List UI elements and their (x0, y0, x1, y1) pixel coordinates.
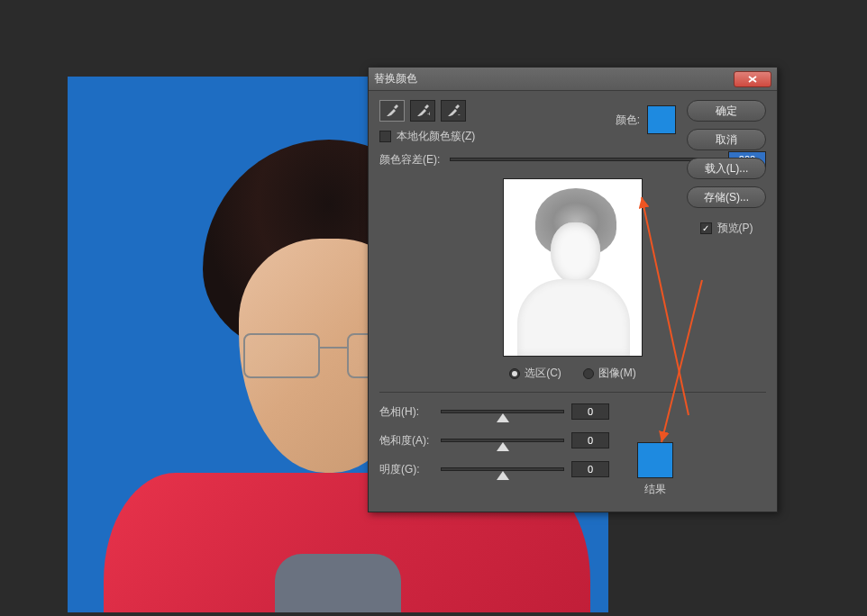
color-label: 颜色: (616, 113, 640, 128)
annotation-arrow (657, 271, 711, 454)
saturation-input[interactable] (571, 432, 609, 448)
selection-radio-label: 选区(C) (525, 366, 561, 381)
hue-input[interactable] (571, 403, 609, 420)
save-button[interactable]: 存储(S)... (687, 186, 766, 208)
load-button[interactable]: 载入(L)... (687, 158, 766, 179)
eyedropper-subtract-tool[interactable]: - (441, 100, 466, 122)
svg-line-3 (662, 280, 702, 442)
selection-radio[interactable]: 选区(C) (509, 366, 561, 381)
saturation-slider-thumb[interactable] (497, 442, 509, 453)
radio-icon (583, 368, 594, 379)
hue-label: 色相(H): (379, 404, 434, 420)
fuzziness-label: 颜色容差(E): (379, 152, 443, 168)
replace-color-dialog: 替换颜色 + - 本地化颜色簇(Z) 颜色容差(E): (368, 67, 778, 512)
svg-text:-: - (458, 110, 461, 118)
fuzziness-slider[interactable] (450, 158, 721, 161)
hue-slider-thumb[interactable] (497, 413, 509, 424)
color-swatch[interactable] (647, 105, 676, 134)
ok-button[interactable]: 确定 (687, 100, 766, 122)
separator (379, 392, 766, 393)
eyedropper-tool[interactable] (379, 100, 405, 122)
selection-preview (503, 178, 643, 357)
close-button[interactable] (734, 71, 771, 87)
lightness-label: 明度(G): (379, 462, 434, 477)
localized-clusters-label: 本地化颜色簇(Z) (397, 129, 475, 144)
svg-line-2 (642, 197, 689, 415)
dialog-titlebar[interactable]: 替换颜色 (369, 68, 777, 91)
image-radio[interactable]: 图像(M) (583, 366, 636, 381)
preview-label: 预览(P) (717, 221, 753, 236)
localized-clusters-checkbox[interactable] (379, 131, 391, 142)
image-radio-label: 图像(M) (598, 366, 636, 381)
result-label: 结果 (637, 482, 673, 497)
preview-checkbox[interactable] (700, 222, 712, 234)
hue-slider[interactable] (441, 410, 564, 413)
eyedropper-add-tool[interactable]: + (410, 100, 435, 122)
radio-icon (509, 368, 520, 379)
lightness-slider[interactable] (441, 467, 564, 471)
cancel-button[interactable]: 取消 (687, 129, 766, 150)
saturation-label: 饱和度(A): (379, 433, 434, 448)
lightness-slider-thumb[interactable] (497, 471, 509, 482)
result-swatch[interactable] (637, 442, 673, 478)
dialog-title: 替换颜色 (374, 71, 734, 86)
lightness-input[interactable] (571, 461, 609, 477)
saturation-slider[interactable] (441, 439, 564, 442)
svg-text:+: + (427, 110, 430, 118)
